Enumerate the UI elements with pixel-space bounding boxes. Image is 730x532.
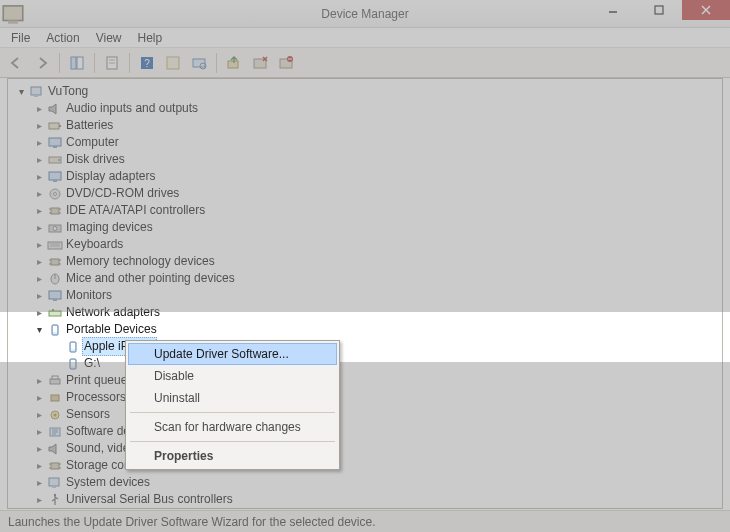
cpu-icon — [46, 390, 64, 406]
tree-item[interactable]: System devices — [10, 474, 720, 491]
expand-icon[interactable] — [32, 304, 46, 321]
ctx-uninstall[interactable]: Uninstall — [128, 387, 337, 409]
tree-item[interactable]: Disk drives — [10, 151, 720, 168]
expand-icon[interactable] — [32, 253, 46, 270]
action-button[interactable] — [161, 51, 185, 75]
tree-item[interactable]: Monitors — [10, 287, 720, 304]
tree-item[interactable]: Imaging devices — [10, 219, 720, 236]
tree-item[interactable]: Display adapters — [10, 168, 720, 185]
uninstall-button[interactable] — [274, 51, 298, 75]
svg-rect-55 — [53, 326, 57, 332]
disable-button[interactable] — [248, 51, 272, 75]
expand-icon[interactable] — [14, 83, 28, 100]
monitor-icon — [46, 169, 64, 185]
menu-view[interactable]: View — [89, 30, 129, 46]
tree-item[interactable]: Keyboards — [10, 236, 720, 253]
forward-button[interactable] — [30, 51, 54, 75]
expand-icon[interactable] — [32, 236, 46, 253]
tree-item[interactable]: DVD/CD-ROM drives — [10, 185, 720, 202]
monitor-icon — [46, 135, 64, 151]
toolbar-separator — [216, 53, 217, 73]
portable-icon — [46, 322, 64, 338]
expand-icon[interactable] — [32, 202, 46, 219]
menu-action[interactable]: Action — [39, 30, 86, 46]
net-icon — [46, 305, 64, 321]
tree-root-node[interactable]: VuTong — [10, 83, 720, 100]
tree-item[interactable]: Batteries — [10, 117, 720, 134]
menu-file[interactable]: File — [4, 30, 37, 46]
minimize-button[interactable] — [590, 0, 636, 20]
expand-icon[interactable] — [32, 134, 46, 151]
tree-item[interactable]: Mice and other pointing devices — [10, 270, 720, 287]
tree-item[interactable]: Software devices — [10, 423, 720, 440]
update-driver-button[interactable] — [222, 51, 246, 75]
tree-item[interactable]: Memory technology devices — [10, 253, 720, 270]
tree-item-label: Keyboards — [66, 236, 123, 253]
expand-icon[interactable] — [32, 100, 46, 117]
tree-item[interactable]: IDE ATA/ATAPI controllers — [10, 202, 720, 219]
svg-rect-60 — [50, 379, 60, 384]
expand-icon[interactable] — [32, 389, 46, 406]
scan-button[interactable] — [187, 51, 211, 75]
sensor-icon — [46, 407, 64, 423]
expand-icon[interactable] — [32, 406, 46, 423]
tree-item[interactable]: Print queues — [10, 372, 720, 389]
show-hide-tree-button[interactable] — [65, 51, 89, 75]
expand-icon[interactable] — [32, 151, 46, 168]
tree-item[interactable]: Computer — [10, 134, 720, 151]
expand-icon[interactable] — [32, 185, 46, 202]
tree-view[interactable]: VuTongAudio inputs and outputsBatteriesC… — [7, 78, 723, 509]
menu-bar: File Action View Help — [0, 28, 730, 48]
properties-button[interactable] — [100, 51, 124, 75]
expand-icon[interactable] — [32, 440, 46, 457]
usb-icon — [46, 492, 64, 508]
ctx-disable[interactable]: Disable — [128, 365, 337, 387]
tree-item[interactable]: Sensors — [10, 406, 720, 423]
tree-item-label: System devices — [66, 474, 150, 491]
tree-item[interactable]: Network adapters — [10, 304, 720, 321]
close-button[interactable] — [682, 0, 730, 20]
status-text: Launches the Update Driver Software Wiza… — [8, 515, 376, 529]
tree-g-drive[interactable]: G:\ — [10, 355, 720, 372]
svg-rect-33 — [51, 208, 59, 214]
expand-icon[interactable] — [32, 270, 46, 287]
svg-rect-6 — [71, 57, 76, 69]
tree-item-label: Batteries — [66, 117, 113, 134]
svg-rect-22 — [34, 95, 38, 97]
expand-icon[interactable] — [32, 491, 46, 508]
ctx-update-driver[interactable]: Update Driver Software... — [128, 343, 337, 365]
expand-icon[interactable] — [32, 423, 46, 440]
tree-item[interactable]: Storage controllers — [10, 457, 720, 474]
svg-point-32 — [54, 192, 57, 195]
expand-icon[interactable] — [32, 168, 46, 185]
tree-apple-iphone[interactable]: Apple iPhone — [10, 338, 720, 355]
tree-item-label: Mice and other pointing devices — [66, 270, 235, 287]
expand-icon[interactable] — [32, 474, 46, 491]
speaker-icon — [46, 441, 64, 457]
svg-rect-7 — [77, 57, 83, 69]
ctx-properties[interactable]: Properties — [128, 445, 337, 467]
tree-item[interactable]: Universal Serial Bus controllers — [10, 491, 720, 508]
chip-icon — [46, 203, 64, 219]
tree-item[interactable]: Sound, video and game controllers — [10, 440, 720, 457]
tree-item[interactable]: Processors — [10, 389, 720, 406]
expand-icon[interactable] — [32, 117, 46, 134]
tree-item-label: Computer — [66, 134, 119, 151]
help-button[interactable]: ? — [135, 51, 159, 75]
tree-item-label: G:\ — [84, 355, 100, 372]
ctx-scan[interactable]: Scan for hardware changes — [128, 416, 337, 438]
back-button[interactable] — [4, 51, 28, 75]
tree-portable-devices[interactable]: Portable Devices — [10, 321, 720, 338]
tree-item[interactable]: Audio inputs and outputs — [10, 100, 720, 117]
maximize-button[interactable] — [636, 0, 682, 20]
expand-icon[interactable] — [32, 321, 46, 338]
context-menu: Update Driver Software... Disable Uninst… — [125, 340, 340, 470]
expand-icon[interactable] — [32, 287, 46, 304]
expand-icon[interactable] — [32, 372, 46, 389]
portable-icon — [64, 356, 82, 372]
menu-help[interactable]: Help — [131, 30, 170, 46]
expand-icon[interactable] — [32, 457, 46, 474]
expand-icon[interactable] — [32, 219, 46, 236]
tree-item-label: Network adapters — [66, 304, 160, 321]
svg-rect-53 — [52, 309, 54, 311]
